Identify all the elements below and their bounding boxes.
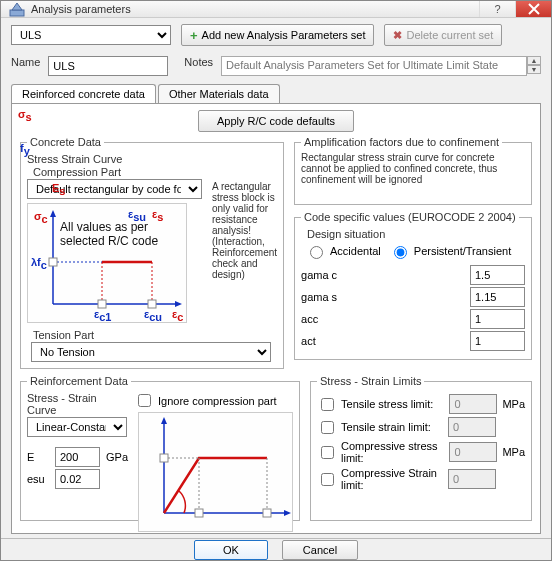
sigma-c-symbol: σc	[34, 210, 48, 225]
dialog-footer: OK Cancel	[1, 538, 551, 560]
notes-field[interactable]: Default Analysis Parameters Set for Ulti…	[221, 56, 527, 76]
ok-button[interactable]: OK	[194, 540, 268, 560]
acc-label: acc	[301, 313, 464, 325]
help-button[interactable]: ?	[479, 1, 515, 17]
tab-body: Apply R/C code defaults Concrete Data St…	[11, 103, 541, 534]
design-situation-label: Design situation	[307, 228, 525, 240]
close-button[interactable]	[515, 1, 551, 17]
act-input[interactable]	[470, 331, 525, 351]
esu-label: esu	[27, 473, 49, 485]
compression-description: A rectangular stress block is only valid…	[208, 179, 277, 280]
diagram-note: All values as per selected R/C code	[60, 220, 176, 248]
mpa-unit-1: MPa	[502, 398, 525, 410]
concrete-data-legend: Concrete Data	[27, 136, 104, 148]
delete-icon: ✖	[393, 29, 402, 42]
tensile-strain-check[interactable]	[321, 421, 334, 434]
esu-input[interactable]	[55, 469, 100, 489]
comp-strain-value	[448, 469, 496, 489]
concrete-data-group: Concrete Data Stress Strain Curve Compre…	[20, 136, 284, 369]
name-label: Name	[11, 56, 40, 68]
persistent-radio[interactable]: Persistent/Transient	[389, 243, 511, 259]
svg-rect-10	[148, 300, 156, 308]
compression-part-label: Compression Part	[33, 166, 277, 178]
eps-s-symbol: εs	[152, 208, 163, 223]
mpa-unit-2: MPa	[502, 446, 525, 458]
svg-marker-14	[161, 417, 167, 424]
Es-symbol: Es	[52, 182, 65, 197]
titlebar: Analysis parameters ?	[1, 1, 551, 18]
reinf-ssc-label: Stress - Strain Curve	[27, 392, 128, 416]
eps-su-symbol: εsu	[128, 208, 146, 223]
amplification-group: Amplification factors due to confinement…	[294, 136, 532, 205]
svg-rect-21	[160, 454, 168, 462]
eps-c-symbol: εc	[172, 308, 183, 323]
E-unit: GPa	[106, 451, 128, 463]
amplification-legend: Amplification factors due to confinement	[301, 136, 502, 148]
code-values-legend: Code specific values (EUROCODE 2 2004)	[301, 211, 519, 223]
tension-part-label: Tension Part	[33, 329, 277, 341]
apply-code-defaults-button[interactable]: Apply R/C code defaults	[198, 110, 354, 132]
accidental-radio[interactable]: Accidental	[305, 243, 381, 259]
delete-param-set-button: ✖ Delete current set	[384, 24, 502, 46]
notes-scroll-down[interactable]: ▼	[527, 65, 541, 74]
reinforcement-diagram: σs fy Es εsu εs	[138, 412, 293, 532]
name-field[interactable]	[48, 56, 168, 76]
amplification-text: Rectangular stress strain curve for conc…	[301, 152, 525, 198]
svg-rect-19	[195, 509, 203, 517]
svg-rect-11	[49, 258, 57, 266]
svg-marker-3	[50, 210, 56, 217]
lambda-fc-symbol: λfc	[31, 256, 47, 271]
tab-other-materials[interactable]: Other Materials data	[158, 84, 280, 103]
svg-rect-9	[98, 300, 106, 308]
plus-icon: +	[190, 28, 198, 43]
act-label: act	[301, 335, 464, 347]
gama-s-label: gama s	[301, 291, 464, 303]
tab-reinforced-concrete[interactable]: Reinforced concrete data	[11, 84, 156, 103]
eps-c1-symbol: εc1	[94, 308, 111, 323]
gama-c-input[interactable]	[470, 265, 525, 285]
svg-marker-15	[284, 510, 291, 516]
notes-scroll-up[interactable]: ▲	[527, 56, 541, 65]
gama-c-label: gama c	[301, 269, 464, 281]
add-param-set-button[interactable]: + Add new Analysis Parameters set	[181, 24, 374, 46]
comp-stress-label: Compressive stress limit:	[341, 440, 444, 464]
sigma-s-symbol: σs	[18, 108, 32, 123]
svg-marker-4	[175, 301, 182, 307]
app-icon	[9, 1, 25, 17]
comp-strain-check[interactable]	[321, 473, 334, 486]
reinf-ssc-select[interactable]: Linear-Constant	[27, 417, 127, 437]
stress-strain-curve-label: Stress Strain Curve	[27, 153, 277, 165]
tensile-strain-label: Tensile strain limit:	[341, 421, 431, 433]
reinforcement-data-group: Reinforcement Data Stress - Strain Curve…	[20, 375, 300, 521]
cancel-button[interactable]: Cancel	[282, 540, 358, 560]
tensile-stress-check[interactable]	[321, 398, 334, 411]
eps-cu-symbol: εcu	[144, 308, 162, 323]
comp-stress-value	[449, 442, 497, 462]
ignore-compression-checkbox[interactable]: Ignore compression part	[134, 391, 277, 410]
comp-stress-check[interactable]	[321, 446, 334, 459]
reinforcement-legend: Reinforcement Data	[27, 375, 131, 387]
fy-symbol: fy	[20, 142, 30, 157]
notes-label: Notes	[184, 56, 213, 68]
dialog-window: Analysis parameters ? ULS + Add new Anal…	[0, 0, 552, 561]
tension-curve-select[interactable]: No Tension	[31, 342, 271, 362]
stress-strain-limits-group: Stress - Strain Limits Tensile stress li…	[310, 375, 532, 521]
code-values-group: Code specific values (EUROCODE 2 2004) D…	[294, 211, 532, 360]
limits-legend: Stress - Strain Limits	[317, 375, 424, 387]
E-label: E	[27, 451, 49, 463]
window-title: Analysis parameters	[31, 3, 479, 15]
param-set-select[interactable]: ULS	[11, 25, 171, 45]
tensile-strain-value	[448, 417, 496, 437]
svg-rect-20	[263, 509, 271, 517]
tensile-stress-label: Tensile stress limit:	[341, 398, 433, 410]
comp-strain-label: Compressive Strain limit:	[341, 467, 443, 491]
tensile-stress-value	[449, 394, 497, 414]
gama-s-input[interactable]	[470, 287, 525, 307]
svg-rect-0	[10, 10, 24, 16]
E-input[interactable]	[55, 447, 100, 467]
acc-input[interactable]	[470, 309, 525, 329]
